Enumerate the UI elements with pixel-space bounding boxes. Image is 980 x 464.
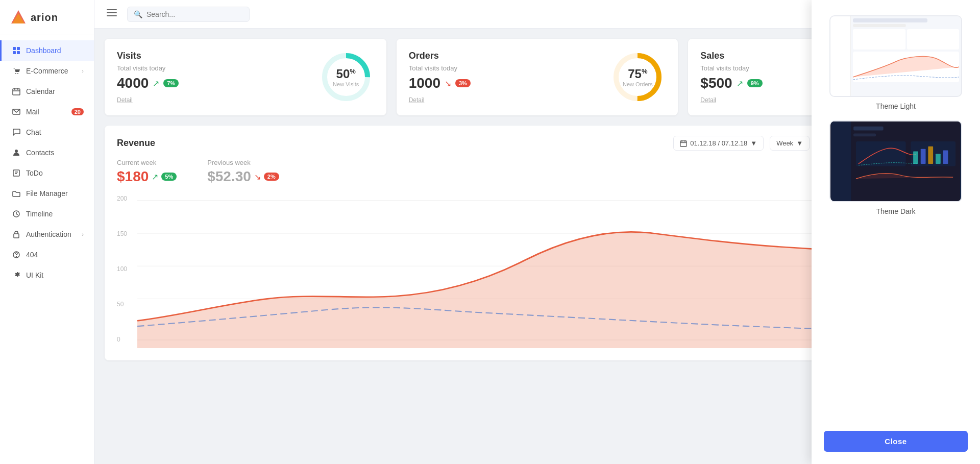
- sales-info: Sales Total visits today $500 ↗ 9% Detai…: [700, 51, 762, 104]
- trend-up-icon: ↗: [737, 79, 743, 88]
- contacts-icon: [12, 148, 21, 157]
- sidebar: arion Dashboard E-Commerce › Calendar: [0, 0, 94, 464]
- chat-icon: [12, 128, 21, 137]
- search-input[interactable]: [146, 10, 243, 18]
- visits-detail-link[interactable]: Detail: [117, 96, 179, 104]
- sales-title: Sales: [700, 51, 762, 61]
- logo-icon: [10, 9, 27, 26]
- sales-badge: 9%: [747, 79, 763, 87]
- orders-chart: 75% New Orders: [609, 49, 666, 105]
- sidebar-item-label: Mail: [26, 108, 39, 116]
- folder-icon: [12, 189, 21, 198]
- previous-week-stat: Previous week $52.30 ↘ 2%: [207, 159, 279, 185]
- theme-dark-label: Theme Dark: [876, 207, 915, 215]
- svg-rect-21: [107, 9, 117, 10]
- current-week-value: $180: [117, 168, 149, 185]
- orders-chart-text: New Orders: [623, 81, 653, 87]
- previous-week-value: $52.30: [207, 168, 251, 185]
- sidebar-item-label: UI Kit: [26, 271, 43, 279]
- orders-title: Orders: [409, 51, 471, 61]
- orders-pct: 75%: [623, 67, 653, 81]
- trend-up-icon: ↗: [153, 79, 159, 88]
- svg-point-20: [16, 257, 17, 257]
- shop-icon: [12, 66, 21, 76]
- menu-toggle-button[interactable]: [105, 6, 119, 22]
- orders-detail-link[interactable]: Detail: [409, 96, 471, 104]
- svg-rect-55: [928, 146, 933, 164]
- date-range-selector[interactable]: 01.12.18 / 07.12.18 ▼: [673, 136, 764, 151]
- todo-icon: [12, 168, 21, 178]
- sidebar-item-file-manager[interactable]: File Manager: [0, 183, 94, 204]
- orders-value: 1000: [409, 75, 440, 91]
- svg-rect-14: [13, 170, 19, 176]
- chevron-right-icon: ›: [82, 68, 84, 74]
- search-icon: 🔍: [134, 10, 142, 18]
- visits-value: 4000: [117, 75, 149, 91]
- sidebar-item-404[interactable]: 404: [0, 245, 94, 265]
- sidebar-item-label: Contacts: [26, 149, 54, 157]
- theme-dark-preview: [829, 120, 962, 202]
- theme-panel: Theme Light Theme: [812, 0, 980, 464]
- visits-info: Visits Total visits today 4000 ↗ 7% Deta…: [117, 51, 179, 104]
- visits-card: Visits Total visits today 4000 ↗ 7% Deta…: [105, 39, 386, 115]
- sidebar-item-label: 404: [26, 251, 38, 259]
- sales-detail-link[interactable]: Detail: [700, 96, 762, 104]
- svg-point-7: [17, 73, 18, 74]
- sales-value: $500: [700, 75, 732, 91]
- sidebar-item-timeline[interactable]: Timeline: [0, 204, 94, 224]
- svg-rect-2: [13, 47, 16, 50]
- current-week-stat: Current week $180 ↗ 5%: [117, 159, 177, 185]
- revenue-card: Revenue 01.12.18 / 07.12.18 ▼ Week ▼ ⋯: [105, 126, 837, 360]
- orders-subtitle: Total visits today: [409, 64, 471, 72]
- svg-rect-3: [17, 47, 20, 50]
- sidebar-item-label: Timeline: [26, 210, 53, 218]
- grid-icon: [12, 46, 21, 55]
- svg-rect-49: [853, 127, 884, 131]
- sidebar-item-authentication[interactable]: Authentication ›: [0, 224, 94, 245]
- period-dropdown-caret: ▼: [796, 139, 803, 147]
- current-week-badge: 5%: [161, 173, 177, 181]
- previous-week-row: $52.30 ↘ 2%: [207, 168, 279, 185]
- mail-icon: [12, 107, 21, 116]
- sidebar-item-chat[interactable]: Chat: [0, 122, 94, 142]
- sidebar-item-mail[interactable]: Mail 20: [0, 102, 94, 122]
- theme-light-option[interactable]: Theme Light: [824, 15, 968, 110]
- svg-rect-4: [13, 51, 16, 54]
- current-trend-icon: ↗: [152, 172, 158, 182]
- current-week-row: $180 ↗ 5%: [117, 168, 177, 185]
- sidebar-item-ui-kit[interactable]: UI Kit: [0, 265, 94, 285]
- revenue-header: Revenue 01.12.18 / 07.12.18 ▼ Week ▼ ⋯: [117, 136, 825, 151]
- period-selector[interactable]: Week ▼: [770, 136, 810, 151]
- clock-icon: [12, 209, 21, 218]
- svg-rect-53: [913, 152, 918, 164]
- theme-dark-option[interactable]: Theme Dark: [824, 120, 968, 215]
- revenue-title: Revenue: [117, 138, 155, 149]
- sidebar-item-ecommerce[interactable]: E-Commerce ›: [0, 61, 94, 81]
- visits-chart-label: 50% New Visits: [333, 67, 359, 87]
- svg-rect-8: [13, 89, 20, 95]
- close-theme-panel-button[interactable]: Close: [824, 431, 968, 452]
- sales-subtitle: Total visits today: [700, 64, 762, 72]
- question-icon: [12, 250, 21, 259]
- sidebar-item-label: E-Commerce: [26, 67, 68, 75]
- visits-chart: 50% New Visits: [318, 49, 374, 105]
- visits-subtitle: Total visits today: [117, 64, 179, 72]
- sidebar-item-calendar[interactable]: Calendar: [0, 81, 94, 102]
- svg-rect-50: [853, 133, 876, 136]
- date-range-value: 01.12.18 / 07.12.18: [690, 139, 747, 147]
- sidebar-item-dashboard[interactable]: Dashboard: [0, 40, 94, 61]
- mail-badge: 20: [71, 108, 84, 115]
- svg-rect-35: [680, 141, 687, 146]
- sidebar-item-label: Authentication: [26, 230, 71, 238]
- sidebar-item-contacts[interactable]: Contacts: [0, 142, 94, 163]
- svg-rect-18: [14, 234, 19, 238]
- svg-rect-54: [921, 149, 926, 164]
- sidebar-navigation: Dashboard E-Commerce › Calendar Mail 20: [0, 35, 94, 464]
- sidebar-logo: arion: [0, 0, 94, 35]
- date-dropdown-caret: ▼: [750, 139, 757, 147]
- svg-point-6: [15, 73, 16, 74]
- previous-trend-icon: ↘: [254, 172, 261, 182]
- sidebar-item-todo[interactable]: ToDo: [0, 163, 94, 183]
- previous-week-label: Previous week: [207, 159, 279, 166]
- orders-info: Orders Total visits today 1000 ↘ 3% Deta…: [409, 51, 471, 104]
